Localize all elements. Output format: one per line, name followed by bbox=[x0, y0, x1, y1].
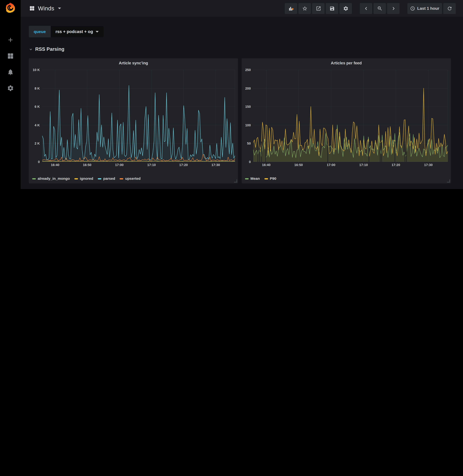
x-tick-label: 16:40 bbox=[262, 163, 271, 167]
variable-value: rss + podcast + og bbox=[55, 29, 93, 34]
share-icon bbox=[316, 6, 321, 11]
y-tick-label: 4 K bbox=[31, 123, 40, 127]
chevron-down-icon bbox=[29, 47, 33, 51]
chart-canvas[interactable] bbox=[253, 70, 448, 162]
x-tick-label: 16:50 bbox=[294, 163, 303, 167]
dashboards-grid-icon[interactable] bbox=[7, 53, 14, 60]
panel-title[interactable]: Articles per feed bbox=[242, 61, 451, 65]
chart-plot: 10 K8 K6 K4 K2 K0 bbox=[31, 70, 235, 162]
x-tick-label: 17:00 bbox=[115, 163, 124, 167]
legend-item[interactable]: ignored bbox=[74, 176, 93, 182]
y-tick-label: 0 bbox=[244, 159, 251, 164]
sidebar: ? bbox=[0, 0, 21, 189]
legend-item[interactable]: already_in_mongo bbox=[32, 176, 70, 182]
y-tick-label: 250 bbox=[244, 67, 251, 72]
chevron-down-icon bbox=[58, 8, 61, 9]
x-tick-label: 17:30 bbox=[212, 163, 220, 167]
row-header-rss-parsing[interactable]: RSS Parsing bbox=[29, 45, 451, 53]
dashboard-content: queue rss + podcast + og RSS Parsing Art… bbox=[21, 17, 463, 189]
row-title: RSS Parsing bbox=[35, 46, 64, 52]
y-tick-label: 100 bbox=[244, 123, 251, 127]
x-axis-labels: 16:4016:5017:0017:1017:2017:30 bbox=[42, 163, 235, 167]
y-tick-label: 150 bbox=[244, 104, 251, 109]
settings-button[interactable] bbox=[339, 3, 352, 14]
time-range-label: Last 1 hour bbox=[417, 6, 439, 11]
legend-item[interactable]: Mean bbox=[245, 176, 260, 182]
x-axis-labels: 16:4016:5017:0017:1017:2017:30 bbox=[253, 163, 448, 167]
clock-icon bbox=[410, 6, 415, 11]
legend-label: Mean bbox=[250, 176, 260, 182]
legend-color-swatch bbox=[32, 178, 36, 179]
panel-article-syncing: Article sync'ing 10 K8 K6 K4 K2 K0 16:40… bbox=[29, 58, 238, 183]
star-button[interactable] bbox=[299, 3, 311, 14]
grafana-logo[interactable] bbox=[4, 2, 16, 15]
chart-legend: MeanP90 bbox=[245, 176, 448, 182]
x-tick-label: 17:20 bbox=[179, 163, 188, 167]
share-button[interactable] bbox=[312, 3, 325, 14]
legend-item[interactable]: P90 bbox=[264, 176, 276, 182]
x-tick-label: 17:30 bbox=[424, 163, 433, 167]
legend-label: parsed bbox=[103, 176, 115, 182]
configuration-gear-icon[interactable] bbox=[7, 85, 14, 92]
x-tick-label: 17:20 bbox=[392, 163, 400, 167]
magnifier-minus-icon bbox=[377, 6, 383, 11]
legend-color-swatch bbox=[74, 178, 78, 179]
y-tick-label: 50 bbox=[244, 141, 251, 146]
panel-resize-handle[interactable] bbox=[234, 179, 237, 182]
legend-item[interactable]: upserted bbox=[120, 176, 141, 182]
dashboard-picker[interactable]: Winds bbox=[29, 5, 61, 12]
panel-resize-handle[interactable] bbox=[447, 179, 450, 182]
legend-color-swatch bbox=[98, 178, 101, 179]
legend-color-swatch bbox=[120, 178, 123, 179]
refresh-button[interactable] bbox=[443, 3, 456, 14]
variable-dropdown[interactable]: rss + podcast + og bbox=[51, 26, 104, 37]
bar-chart-plus-icon bbox=[288, 6, 294, 11]
chart-legend: already_in_mongoignoredparsedupserted bbox=[32, 176, 236, 182]
save-button[interactable] bbox=[326, 3, 338, 14]
zoom-out-button[interactable] bbox=[374, 3, 386, 14]
y-tick-label: 2 K bbox=[31, 141, 40, 146]
chevron-right-icon bbox=[391, 6, 396, 11]
x-tick-label: 17:10 bbox=[359, 163, 368, 167]
time-forward-button[interactable] bbox=[387, 3, 400, 14]
y-tick-label: 10 K bbox=[31, 67, 40, 72]
panel-articles-per-feed: Articles per feed 250200150100500 16:401… bbox=[242, 58, 451, 183]
y-tick-label: 0 bbox=[31, 159, 40, 164]
chevron-left-icon bbox=[363, 6, 369, 11]
x-tick-label: 17:10 bbox=[147, 163, 156, 167]
add-icon[interactable] bbox=[7, 36, 14, 44]
y-tick-label: 6 K bbox=[31, 104, 40, 109]
gear-icon bbox=[343, 6, 348, 11]
legend-label: P90 bbox=[270, 176, 276, 182]
panel-title[interactable]: Article sync'ing bbox=[29, 61, 238, 65]
legend-item[interactable]: parsed bbox=[98, 176, 115, 182]
chevron-down-icon bbox=[96, 31, 99, 32]
variable-label: queue bbox=[29, 26, 51, 37]
chart-canvas[interactable] bbox=[42, 70, 235, 162]
legend-label: ignored bbox=[80, 176, 93, 182]
save-icon bbox=[329, 6, 335, 11]
time-back-button[interactable] bbox=[360, 3, 372, 14]
x-tick-label: 17:00 bbox=[327, 163, 335, 167]
legend-color-swatch bbox=[264, 178, 268, 179]
dashboard-grid-icon bbox=[29, 5, 35, 11]
dashboard-title: Winds bbox=[38, 5, 54, 12]
alerting-bell-icon[interactable] bbox=[7, 69, 14, 76]
x-tick-label: 16:40 bbox=[51, 163, 59, 167]
legend-color-swatch bbox=[245, 178, 249, 179]
time-range-button[interactable]: Last 1 hour bbox=[408, 3, 442, 14]
add-panel-button[interactable] bbox=[285, 3, 297, 14]
star-icon bbox=[302, 6, 307, 11]
chart-plot: 250200150100500 bbox=[244, 70, 448, 162]
x-tick-label: 16:50 bbox=[83, 163, 91, 167]
y-tick-label: 200 bbox=[244, 86, 251, 91]
top-navbar: Winds bbox=[21, 0, 463, 17]
y-tick-label: 8 K bbox=[31, 86, 40, 91]
refresh-icon bbox=[447, 6, 452, 11]
legend-label: already_in_mongo bbox=[38, 176, 70, 182]
grafana-dashboard: ? Winds bbox=[0, 0, 463, 189]
legend-label: upserted bbox=[125, 176, 141, 182]
template-variable-row: queue rss + podcast + og bbox=[29, 26, 451, 37]
